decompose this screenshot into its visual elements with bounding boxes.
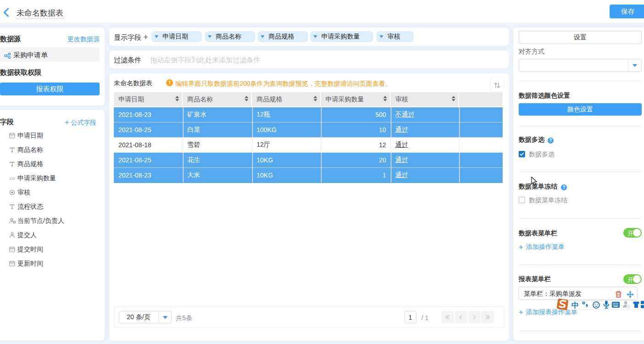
- svg-text:7: 7: [11, 249, 13, 252]
- svg-text:7: 7: [11, 263, 13, 266]
- svg-text:7: 7: [11, 135, 13, 138]
- svg-text:123: 123: [9, 177, 15, 181]
